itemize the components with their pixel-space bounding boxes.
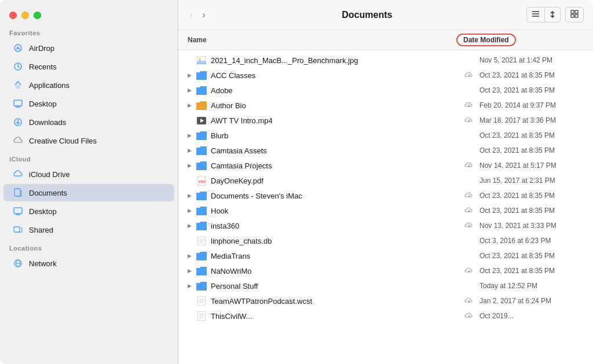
file-type-icon bbox=[196, 310, 207, 322]
expand-arrow[interactable]: ▶ bbox=[188, 163, 196, 168]
recents-icon bbox=[13, 61, 23, 72]
file-row[interactable]: ▶insta360Nov 13, 2021 at 3:33 PM bbox=[178, 218, 593, 233]
sidebar-item-downloads-label: Downloads bbox=[29, 118, 66, 127]
expand-arrow[interactable]: ▶ bbox=[188, 133, 196, 138]
file-type-icon bbox=[196, 100, 207, 111]
grid-view-icon bbox=[570, 10, 579, 18]
icloud-drive-icon bbox=[13, 169, 23, 179]
file-row[interactable]: PDFDayOneKey.pdfJun 15, 2017 at 2:31 PM bbox=[178, 173, 593, 188]
file-row[interactable]: ThisCivilW...Oct 2019... bbox=[178, 308, 593, 323]
grid-view-button[interactable] bbox=[566, 8, 583, 22]
cloud-sync-icon bbox=[463, 101, 475, 110]
file-date: Oct 23, 2021 at 8:35 PM bbox=[479, 146, 584, 155]
sidebar: Favorites AirDrop Recents Applications D… bbox=[0, 0, 178, 364]
expand-arrow[interactable]: ▶ bbox=[188, 148, 196, 153]
file-row[interactable]: ▶MediaTransOct 23, 2021 at 8:35 PM bbox=[178, 248, 593, 263]
sort-button[interactable] bbox=[545, 8, 560, 22]
sort-icon bbox=[550, 11, 555, 18]
cloud-sync-icon bbox=[463, 161, 475, 170]
file-date: Feb 20, 2014 at 9:37 PM bbox=[479, 101, 584, 109]
sidebar-item-shared[interactable]: Shared bbox=[3, 221, 174, 238]
file-row[interactable]: ▶BlurbOct 23, 2021 at 8:35 PM bbox=[178, 128, 593, 143]
toolbar: ‹ › Documents bbox=[178, 0, 593, 30]
col-name-header[interactable]: Name bbox=[188, 36, 456, 44]
file-date: Oct 23, 2021 at 8:35 PM bbox=[479, 252, 584, 260]
file-row[interactable]: ▶NaNoWriMoOct 23, 2021 at 8:35 PM bbox=[178, 263, 593, 278]
cloud-sync-icon bbox=[463, 266, 475, 275]
network-icon bbox=[13, 258, 23, 269]
svg-text:PDF: PDF bbox=[199, 180, 206, 183]
file-type-icon bbox=[196, 220, 207, 231]
svg-rect-21 bbox=[575, 10, 578, 13]
favorites-section-label: Favorites bbox=[0, 24, 178, 39]
list-view-icon bbox=[532, 10, 540, 18]
file-list-header: Name Date Modified bbox=[178, 30, 593, 50]
applications-icon bbox=[13, 80, 23, 90]
svg-rect-13 bbox=[14, 227, 20, 232]
file-name: insta360 bbox=[211, 222, 463, 230]
expand-arrow[interactable]: ▶ bbox=[188, 102, 196, 108]
file-name: Blurb bbox=[211, 131, 463, 140]
cloud-sync-icon bbox=[463, 221, 475, 230]
expand-arrow[interactable]: ▶ bbox=[188, 87, 196, 93]
expand-arrow[interactable]: ▶ bbox=[188, 208, 196, 214]
sidebar-item-recents[interactable]: Recents bbox=[3, 58, 174, 75]
file-type-icon bbox=[196, 250, 207, 262]
sidebar-item-desktop-fav-label: Desktop bbox=[29, 100, 57, 108]
maximize-button[interactable] bbox=[34, 12, 41, 19]
file-name: Personal Stuff bbox=[211, 282, 463, 291]
expand-arrow[interactable]: ▶ bbox=[188, 223, 196, 229]
col-date-header[interactable]: Date Modified bbox=[456, 34, 584, 46]
file-date: Oct 3, 2016 at 6:23 PM bbox=[479, 237, 584, 245]
close-button[interactable] bbox=[9, 12, 17, 19]
sidebar-item-desktop-fav[interactable]: Desktop bbox=[3, 95, 174, 112]
sidebar-item-airdrop[interactable]: AirDrop bbox=[3, 39, 174, 57]
file-date: Oct 23, 2021 at 8:35 PM bbox=[479, 267, 584, 275]
sidebar-item-recents-label: Recents bbox=[29, 62, 57, 71]
file-type-icon bbox=[196, 235, 207, 247]
sidebar-item-icloud-drive[interactable]: iCloud Drive bbox=[3, 166, 174, 183]
expand-arrow[interactable]: ▶ bbox=[188, 72, 196, 78]
view-controls bbox=[526, 7, 561, 23]
file-row[interactable]: ▶Camtasia AssetsOct 23, 2021 at 8:35 PM bbox=[178, 143, 593, 158]
file-row[interactable]: AWT TV Intro.mp4Mar 18, 2017 at 3:36 PM bbox=[178, 113, 593, 128]
locations-section-label: Locations bbox=[0, 239, 178, 254]
file-type-icon bbox=[196, 265, 207, 277]
sidebar-item-creative-cloud[interactable]: Creative Cloud Files bbox=[3, 132, 174, 149]
sidebar-item-documents[interactable]: Documents bbox=[3, 184, 174, 201]
file-name: ThisCivilW... bbox=[211, 312, 463, 321]
file-row[interactable]: linphone_chats.dbOct 3, 2016 at 6:23 PM bbox=[178, 233, 593, 248]
file-row[interactable]: ▶Camtasia ProjectsNov 14, 2021 at 5:17 P… bbox=[178, 158, 593, 173]
file-row[interactable]: TeamAWTPatronPodcast.wcstJan 2, 2017 at … bbox=[178, 293, 593, 308]
sidebar-item-documents-label: Documents bbox=[29, 189, 67, 197]
file-name: DayOneKey.pdf bbox=[211, 177, 463, 185]
file-name: linphone_chats.db bbox=[211, 237, 463, 245]
file-row[interactable]: ▶AdobeOct 23, 2021 at 8:35 PM bbox=[178, 83, 593, 98]
expand-arrow[interactable]: ▶ bbox=[188, 253, 196, 259]
file-row[interactable]: ▶HookOct 23, 2021 at 8:35 PM bbox=[178, 203, 593, 218]
forward-button[interactable]: › bbox=[200, 9, 207, 21]
expand-arrow[interactable]: ▶ bbox=[188, 283, 196, 289]
sidebar-item-downloads[interactable]: Downloads bbox=[3, 113, 174, 131]
date-modified-label: Date Modified bbox=[456, 34, 516, 46]
sidebar-item-applications[interactable]: Applications bbox=[3, 76, 174, 94]
expand-arrow[interactable]: ▶ bbox=[188, 268, 196, 274]
file-date: Oct 23, 2021 at 8:35 PM bbox=[479, 86, 584, 94]
sidebar-item-network[interactable]: Network bbox=[3, 255, 174, 272]
file-row[interactable]: 2021_14_inch_MacB..._Pro_Benchmark.jpgNo… bbox=[178, 53, 593, 68]
file-row[interactable]: ▶Personal StuffToday at 12:52 PM bbox=[178, 278, 593, 293]
documents-icon bbox=[13, 187, 23, 198]
expand-arrow[interactable]: ▶ bbox=[188, 193, 196, 198]
list-view-button[interactable] bbox=[527, 8, 545, 22]
file-type-icon bbox=[196, 69, 207, 81]
file-row[interactable]: ▶Author BioFeb 20, 2014 at 9:37 PM bbox=[178, 98, 593, 113]
minimize-button[interactable] bbox=[21, 12, 29, 19]
file-row[interactable]: ▶Documents - Steven's iMacOct 23, 2021 a… bbox=[178, 188, 593, 203]
back-button[interactable]: ‹ bbox=[188, 9, 195, 21]
file-date: Today at 12:52 PM bbox=[479, 282, 584, 290]
file-row[interactable]: ▶ACC ClassesOct 23, 2021 at 8:35 PM bbox=[178, 68, 593, 83]
sidebar-item-desktop-icloud[interactable]: Desktop bbox=[3, 203, 174, 220]
sidebar-item-airdrop-label: AirDrop bbox=[29, 44, 54, 53]
file-date: Nov 5, 2021 at 1:42 PM bbox=[479, 56, 584, 64]
file-name: TeamAWTPatronPodcast.wcst bbox=[211, 297, 463, 306]
